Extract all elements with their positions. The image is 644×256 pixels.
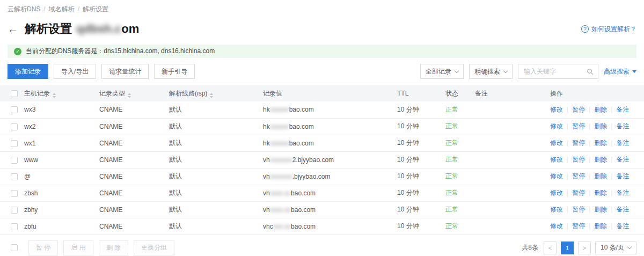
bulk-change-group-button[interactable]: 更换分组	[134, 240, 174, 255]
request-stats-button[interactable]: 请求量统计	[101, 64, 149, 79]
column-header-type[interactable]: 记录类型	[99, 85, 169, 101]
next-page-button[interactable]: >	[578, 242, 591, 254]
record-value-prefix: vh	[263, 156, 270, 164]
help-link[interactable]: ? 如何设置解析？	[581, 25, 636, 34]
column-header-value: 记录值	[263, 85, 397, 101]
cell-actions: 修改|暂停|删除|备注	[550, 168, 644, 185]
action-separator: |	[589, 122, 590, 130]
delete-action-link[interactable]: 删除	[594, 156, 607, 163]
delete-action-link[interactable]: 删除	[594, 106, 607, 113]
action-separator: |	[611, 122, 612, 130]
remark-action-link[interactable]: 备注	[616, 206, 629, 213]
advanced-search-link[interactable]: 高级搜索	[604, 67, 636, 76]
row-checkbox-cell	[0, 101, 24, 118]
pause-action-link[interactable]: 暂停	[572, 222, 585, 230]
sort-icon[interactable]	[128, 93, 131, 98]
cell-host-record: wx2	[24, 118, 99, 135]
cell-resolution-line: 默认	[169, 201, 263, 218]
sort-icon[interactable]	[210, 93, 213, 98]
search-mode-dropdown[interactable]: 精确搜索	[469, 64, 513, 79]
modify-action-link[interactable]: 修改	[550, 172, 563, 180]
modify-action-link[interactable]: 修改	[550, 222, 563, 230]
row-checkbox[interactable]	[11, 207, 18, 214]
row-checkbox[interactable]	[11, 173, 18, 180]
bulk-delete-button[interactable]: 删 除	[99, 240, 128, 255]
remark-action-link[interactable]: 备注	[616, 106, 629, 113]
cell-record-type: CNAME	[99, 135, 169, 151]
cell-ttl: 10 分钟	[397, 168, 445, 185]
column-header-line[interactable]: 解析线路(isp)	[169, 85, 263, 101]
row-checkbox[interactable]	[11, 140, 18, 147]
beginner-guide-button[interactable]: 新手引导	[154, 64, 195, 79]
remark-action-link[interactable]: 备注	[616, 172, 629, 180]
cell-record-type: CNAME	[99, 151, 169, 168]
cell-record-value: hkxxxxxxbao.com	[263, 118, 397, 135]
delete-action-link[interactable]: 删除	[594, 139, 607, 147]
action-separator: |	[589, 222, 590, 230]
cell-remark	[475, 135, 550, 151]
breadcrumb-item-dns[interactable]: 云解析DNS	[8, 5, 40, 13]
delete-action-link[interactable]: 删除	[594, 206, 607, 213]
record-value-suffix: bao.com	[289, 140, 314, 147]
row-checkbox[interactable]	[11, 157, 18, 164]
remark-action-link[interactable]: 备注	[616, 189, 629, 196]
record-filter-dropdown[interactable]: 全部记录	[420, 64, 464, 79]
pause-action-link[interactable]: 暂停	[572, 106, 585, 113]
modify-action-link[interactable]: 修改	[550, 156, 563, 163]
row-checkbox[interactable]	[11, 106, 18, 113]
cell-host-record: www	[24, 151, 99, 168]
remark-action-link[interactable]: 备注	[616, 122, 629, 130]
delete-action-link[interactable]: 删除	[594, 122, 607, 130]
dns-settings-page: 云解析DNS/域名解析/解析设置 ← 解析设置 qdbsh.com ? 如何设置…	[0, 0, 644, 256]
keyword-search-input[interactable]	[523, 67, 587, 76]
delete-action-link[interactable]: 删除	[594, 222, 607, 230]
remark-action-link[interactable]: 备注	[616, 156, 629, 163]
cell-status: 正常	[445, 201, 475, 218]
record-value-suffix: .bjyybao.com	[292, 173, 331, 180]
cell-host-record: zbsh	[24, 185, 99, 201]
sort-icon[interactable]	[53, 93, 56, 98]
keyword-search-box	[518, 64, 598, 79]
search-icon[interactable]	[587, 68, 594, 75]
row-checkbox[interactable]	[11, 190, 18, 197]
bulk-pause-button[interactable]: 暂 停	[28, 240, 58, 255]
page-size-dropdown[interactable]: 10 条/页	[595, 242, 636, 254]
footer-select-all-checkbox[interactable]	[11, 244, 18, 251]
column-header-host[interactable]: 主机记录	[24, 85, 99, 101]
pause-action-link[interactable]: 暂停	[572, 139, 585, 147]
success-check-icon: ✓	[14, 48, 21, 55]
delete-action-link[interactable]: 删除	[594, 189, 607, 196]
pause-action-link[interactable]: 暂停	[572, 122, 585, 130]
bulk-enable-button[interactable]: 启 用	[63, 240, 93, 255]
pause-action-link[interactable]: 暂停	[572, 172, 585, 180]
pause-action-link[interactable]: 暂停	[572, 206, 585, 213]
column-header-label: 解析线路(isp)	[169, 90, 207, 97]
modify-action-link[interactable]: 修改	[550, 206, 563, 213]
page-number-button[interactable]: 1	[561, 242, 574, 254]
breadcrumb-item-domain-resolution[interactable]: 域名解析	[49, 5, 75, 13]
pause-action-link[interactable]: 暂停	[572, 156, 585, 163]
remark-action-link[interactable]: 备注	[616, 139, 629, 147]
import-export-button[interactable]: 导入/导出	[54, 64, 96, 79]
row-checkbox[interactable]	[11, 123, 18, 130]
modify-action-link[interactable]: 修改	[550, 122, 563, 130]
action-separator: |	[589, 106, 590, 113]
record-value-prefix: vh	[263, 173, 270, 180]
chevron-down-icon	[503, 68, 508, 72]
add-record-button[interactable]: 添加记录	[8, 64, 48, 79]
remark-action-link[interactable]: 备注	[616, 222, 629, 230]
table-row: wwwCNAME默认vhxxxxxxx2.bjyybao.com10 分钟正常修…	[0, 151, 644, 168]
action-separator: |	[589, 156, 590, 163]
modify-action-link[interactable]: 修改	[550, 189, 563, 196]
prev-page-button[interactable]: <	[544, 242, 557, 254]
row-checkbox-cell	[0, 168, 24, 185]
action-separator: |	[567, 156, 568, 163]
back-arrow-icon[interactable]: ←	[8, 24, 18, 34]
delete-action-link[interactable]: 删除	[594, 172, 607, 180]
pause-action-link[interactable]: 暂停	[572, 189, 585, 196]
modify-action-link[interactable]: 修改	[550, 139, 563, 147]
select-all-checkbox[interactable]	[11, 90, 18, 97]
modify-action-link[interactable]: 修改	[550, 106, 563, 113]
domain-name: qdbsh.com	[76, 22, 139, 36]
row-checkbox[interactable]	[11, 223, 18, 230]
